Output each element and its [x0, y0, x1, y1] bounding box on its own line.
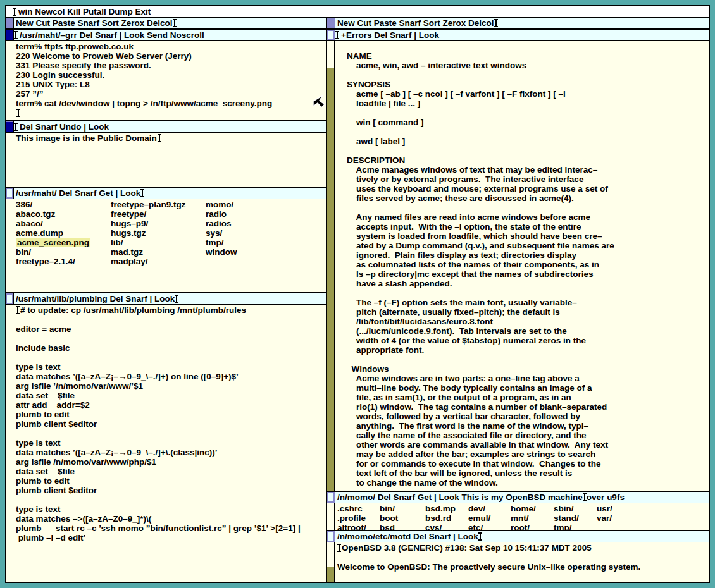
- directory-entry[interactable]: madplay/: [111, 257, 206, 266]
- directory-entry[interactable]: freetype–plan9.tgz: [111, 200, 206, 209]
- terminal-body[interactable]: term% ftpfs ftp.proweb.co.uk 220 Welcome…: [6, 41, 326, 120]
- directory-entry[interactable]: radio: [206, 209, 301, 219]
- directory-entry[interactable]: emul/: [468, 513, 511, 523]
- directory-entry[interactable]: abaco/: [16, 219, 111, 228]
- directory-entry[interactable]: mad.tgz: [111, 247, 206, 257]
- directory-entry[interactable]: var/: [597, 513, 640, 523]
- directory-entry[interactable]: .cshrc: [337, 504, 380, 513]
- terminal-tag-text[interactable]: /usr/maht/–grr Del Snarf | Look Send Nos…: [18, 30, 204, 40]
- clean-button-icon[interactable]: [6, 188, 14, 199]
- directory-entry[interactable]: dev/: [468, 504, 511, 513]
- directory-entry[interactable]: mnt/: [511, 513, 554, 523]
- directory-entry[interactable]: lib/: [111, 238, 206, 247]
- main-tag-commands[interactable]: win Newcol Kill Putall Dump Exit: [16, 7, 151, 16]
- main-tag[interactable]: win Newcol Kill Putall Dump Exit: [6, 6, 709, 18]
- text-cursor: [175, 295, 178, 303]
- directory-entry[interactable]: sbin/: [554, 504, 597, 513]
- motd-body[interactable]: OpenBSD 3.8 (GENERIC) #138: Sat Sep 10 1…: [327, 542, 709, 582]
- note-tag-text[interactable]: Del Snarf Undo | Look: [18, 122, 109, 132]
- directory-column: bin/bootbsd: [380, 504, 425, 530]
- terminal-tag[interactable]: /usr/maht/–grr Del Snarf | Look Send Nos…: [6, 30, 326, 41]
- plumbing-tag-text[interactable]: /usr/maht/lib/plumbing Del Snarf | Look: [14, 294, 175, 303]
- directory-entry[interactable]: 386/: [16, 200, 111, 209]
- directory-column: dev/emul/etc/: [468, 504, 511, 530]
- scrollbar[interactable]: [6, 41, 13, 120]
- directory-entry[interactable]: boot: [380, 513, 425, 523]
- directory-entry[interactable]: tmp/: [206, 238, 301, 247]
- scrollbar[interactable]: [327, 41, 335, 491]
- directory-entry[interactable]: acme_screen.png: [16, 238, 111, 247]
- errors-tag[interactable]: +Errors Del Snarf | Look: [327, 30, 709, 41]
- motd-tag[interactable]: /n/momo/etc/motd Del Snarf | Look: [327, 531, 709, 542]
- directory-entry[interactable]: momo/: [206, 200, 301, 209]
- directory-entry[interactable]: stand/: [554, 513, 597, 523]
- directory-entry[interactable]: radios: [206, 219, 301, 228]
- directory-entry[interactable]: window: [206, 247, 301, 257]
- errors-tag-text[interactable]: +Errors Del Snarf | Look: [339, 30, 439, 40]
- directory-entry[interactable]: cvs/: [425, 523, 468, 530]
- man-page-text[interactable]: NAME acme, win, awd – interactive text w…: [337, 51, 614, 487]
- scrollbar[interactable]: [327, 542, 335, 582]
- text-cursor: [337, 544, 341, 552]
- dirty-button-icon[interactable]: [6, 121, 14, 132]
- directory-entry[interactable]: home/: [511, 504, 554, 513]
- plumbing-body[interactable]: # to update: cp /usr/maht/lib/plumbing /…: [6, 305, 326, 582]
- directory-entry[interactable]: etc/: [468, 523, 511, 530]
- directory-entry[interactable]: usr/: [597, 504, 640, 513]
- window-momo-directory: /n/momo/ Del Snarf Get | Look This is my…: [327, 492, 709, 531]
- scrollbar[interactable]: [327, 503, 335, 530]
- left-column-tag[interactable]: New Cut Paste Snarf Sort Zerox Delcol: [6, 18, 326, 30]
- directory-entry[interactable]: altroot/: [337, 523, 380, 530]
- directory-entry[interactable]: bin/: [16, 247, 111, 257]
- terminal-output[interactable]: term% ftpfs ftp.proweb.co.uk 220 Welcome…: [16, 42, 272, 108]
- momo-tag-text-post[interactable]: over u9fs: [587, 493, 625, 502]
- directory-entry[interactable]: hugs.tgz: [111, 228, 206, 238]
- motd-text[interactable]: OpenBSD 3.8 (GENERIC) #138: Sat Sep 10 1…: [337, 543, 640, 572]
- motd-tag-text[interactable]: /n/momo/etc/motd Del Snarf | Look: [335, 532, 478, 541]
- clean-button-icon[interactable]: [327, 492, 335, 503]
- directory-entry[interactable]: abaco.tgz: [16, 209, 111, 219]
- plumbing-rules-text[interactable]: # to update: cp /usr/maht/lib/plumbing /…: [16, 305, 301, 542]
- momo-directory-body[interactable]: .cshrc.profilealtroot/ bin/bootbsd bsd.m…: [327, 503, 709, 530]
- directory-entry[interactable]: bsd: [380, 523, 425, 530]
- directory-entry[interactable]: sys/: [206, 228, 301, 238]
- directory-entry[interactable]: bsd.mp: [425, 504, 468, 513]
- scrollbar[interactable]: [6, 305, 13, 582]
- scrollbar-thumb[interactable]: [327, 542, 334, 567]
- home-directory-tag-text[interactable]: /usr/maht/ Del Snarf Get | Look: [14, 188, 140, 198]
- directory-entry[interactable]: freetype/: [111, 209, 206, 219]
- directory-entry[interactable]: bsd.rd: [425, 513, 468, 523]
- scrollbar-thumb[interactable]: [327, 41, 334, 68]
- home-directory-body[interactable]: 386/abaco.tgzabaco/acme.dumpacme_screen.…: [6, 199, 326, 292]
- momo-directory-tag[interactable]: /n/momo/ Del Snarf Get | Look This is my…: [327, 492, 709, 503]
- text-cursor: [16, 109, 20, 117]
- column-button-icon[interactable]: [6, 18, 14, 28]
- momo-tag-text-pre[interactable]: /n/momo/ Del Snarf Get | Look This is my…: [335, 493, 583, 502]
- clean-button-icon[interactable]: [327, 531, 335, 542]
- directory-entry[interactable]: bin/: [380, 504, 425, 513]
- column-button-icon[interactable]: [327, 18, 335, 28]
- directory-entry[interactable]: acme.dump: [16, 228, 111, 238]
- note-body[interactable]: This image is in the Public Domain: [6, 133, 326, 187]
- dirty-button-icon[interactable]: [6, 30, 14, 40]
- clean-button-icon[interactable]: [6, 293, 14, 304]
- plumbing-tag[interactable]: /usr/maht/lib/plumbing Del Snarf | Look: [6, 293, 326, 305]
- directory-entry[interactable]: hugs–p9/: [111, 219, 206, 228]
- scrollbar[interactable]: [6, 199, 13, 292]
- scrollbar[interactable]: [6, 133, 13, 187]
- left-column: New Cut Paste Snarf Sort Zerox Delcol /u…: [6, 18, 327, 582]
- right-column-tag[interactable]: New Cut Paste Snarf Sort Zerox Delcol: [327, 18, 709, 30]
- text-cursor: [14, 31, 18, 39]
- directory-entry[interactable]: root/: [511, 523, 554, 530]
- left-column-commands[interactable]: New Cut Paste Snarf Sort Zerox Delcol: [14, 18, 173, 28]
- clean-button-icon[interactable]: [327, 30, 335, 40]
- directory-listing: .cshrc.profilealtroot/ bin/bootbsd bsd.m…: [337, 504, 708, 530]
- home-directory-tag[interactable]: /usr/maht/ Del Snarf Get | Look: [6, 188, 326, 199]
- errors-body[interactable]: NAME acme, win, awd – interactive text w…: [327, 41, 709, 491]
- right-column-commands[interactable]: New Cut Paste Snarf Sort Zerox Delcol: [335, 18, 494, 28]
- note-text[interactable]: This image is in the Public Domain: [16, 133, 157, 143]
- directory-entry[interactable]: tmp/: [554, 523, 597, 530]
- directory-entry[interactable]: .profile: [337, 513, 380, 523]
- note-tag[interactable]: Del Snarf Undo | Look: [6, 121, 326, 133]
- directory-entry[interactable]: freetype–2.1.4/: [16, 257, 111, 266]
